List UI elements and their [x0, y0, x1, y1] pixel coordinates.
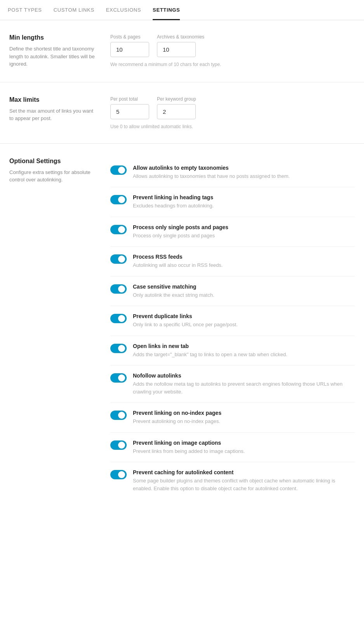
toggle-switch-prevent-noindex[interactable]: [110, 411, 127, 420]
per-keyword-wrap: Per keyword group: [157, 96, 196, 119]
min-lengths-inputs: Posts & pages Archives & taxonomies: [110, 34, 355, 57]
toggle-content-prevent-duplicate-links: Prevent duplicate linksOnly link to a sp…: [133, 313, 355, 329]
toggle-label-prevent-duplicate-links: Prevent duplicate links: [133, 313, 355, 319]
toggle-thumb-prevent-noindex: [118, 412, 125, 419]
toggle-content-prevent-heading-tags: Prevent linking in heading tagsExcludes …: [133, 194, 355, 210]
toggle-desc-process-rss-feeds: Autolinking will also occur in RSS feeds…: [133, 261, 355, 269]
min-lengths-section: Min lengths Define the shortest title an…: [0, 20, 364, 82]
toggle-switch-allow-autolinks-empty[interactable]: [110, 165, 127, 175]
toggle-thumb-process-single-posts: [118, 226, 125, 233]
archives-taxonomies-input[interactable]: [157, 42, 196, 57]
tab-custom-links[interactable]: CUSTOM LINKS: [54, 0, 94, 20]
toggle-label-prevent-image-captions: Prevent linking on image captions: [133, 440, 355, 446]
toggle-content-prevent-caching: Prevent caching for autolinked contentSo…: [133, 469, 355, 492]
toggle-thumb-prevent-image-captions: [118, 442, 125, 449]
toggle-row-prevent-caching: Prevent caching for autolinked contentSo…: [110, 462, 355, 499]
per-keyword-input[interactable]: [157, 104, 196, 119]
toggle-thumb-prevent-caching: [118, 471, 125, 478]
toggle-desc-prevent-noindex: Prevent autolinking on no-index pages.: [133, 418, 355, 425]
toggle-content-prevent-image-captions: Prevent linking on image captionsPrevent…: [133, 440, 355, 455]
per-post-input[interactable]: [110, 104, 149, 119]
max-limits-left: Max limits Set the max amount of links y…: [9, 96, 95, 129]
min-lengths-description: Define the shortest title and taxonomy l…: [9, 45, 95, 68]
toggle-label-prevent-heading-tags: Prevent linking in heading tags: [133, 194, 355, 200]
toggle-desc-prevent-image-captions: Prevent links from being added to image …: [133, 447, 355, 455]
toggle-desc-nofollow-autolinks: Adds the nofollow meta tag to autolinks …: [133, 380, 355, 395]
toggle-label-prevent-caching: Prevent caching for autolinked content: [133, 469, 355, 475]
toggle-desc-open-new-tab: Adds the target="_blank" tag to links to…: [133, 351, 355, 359]
toggle-row-case-sensitive: Case sensitive matchingOnly autolink the…: [110, 277, 355, 306]
toggle-switch-open-new-tab[interactable]: [110, 344, 127, 353]
toggle-thumb-process-rss-feeds: [118, 256, 125, 263]
toggle-row-process-single-posts: Process only single posts and pagesProce…: [110, 217, 355, 247]
toggle-label-process-rss-feeds: Process RSS feeds: [133, 254, 355, 260]
toggle-content-open-new-tab: Open links in new tabAdds the target="_b…: [133, 343, 355, 359]
toggle-switch-nofollow-autolinks[interactable]: [110, 373, 127, 383]
toggle-switch-prevent-heading-tags[interactable]: [110, 195, 127, 204]
max-limits-inputs: Per post total Per keyword group: [110, 96, 355, 119]
toggle-label-nofollow-autolinks: Nofollow autolinks: [133, 372, 355, 379]
toggle-switch-prevent-caching[interactable]: [110, 470, 127, 479]
optional-settings-title: Optional Settings: [9, 158, 95, 165]
toggle-row-prevent-heading-tags: Prevent linking in heading tagsExcludes …: [110, 187, 355, 217]
min-lengths-hint: We recommend a minimum of 10 chars for e…: [110, 62, 355, 67]
toggle-thumb-allow-autolinks-empty: [118, 167, 125, 174]
toggle-thumb-open-new-tab: [118, 345, 125, 352]
posts-pages-label: Posts & pages: [110, 34, 149, 40]
toggle-content-process-single-posts: Process only single posts and pagesProce…: [133, 224, 355, 240]
toggle-thumb-nofollow-autolinks: [118, 374, 125, 381]
toggle-label-allow-autolinks-empty: Allow autolinks to empty taxonomies: [133, 165, 355, 171]
optional-settings-section: Optional Settings Configure extra settin…: [0, 144, 364, 513]
toggle-desc-process-single-posts: Process only single posts and pages: [133, 232, 355, 240]
toggle-row-prevent-image-captions: Prevent linking on image captionsPrevent…: [110, 433, 355, 463]
archives-taxonomies-label: Archives & taxonomies: [157, 34, 204, 40]
min-lengths-title: Min lengths: [9, 34, 95, 41]
per-post-wrap: Per post total: [110, 96, 149, 119]
max-limits-right: Per post total Per keyword group Use 0 t…: [110, 96, 355, 129]
archives-taxonomies-wrap: Archives & taxonomies: [157, 34, 204, 57]
toggle-thumb-prevent-heading-tags: [118, 196, 125, 203]
max-limits-section: Max limits Set the max amount of links y…: [0, 82, 364, 144]
min-lengths-right: Posts & pages Archives & taxonomies We r…: [110, 34, 355, 68]
toggle-switch-case-sensitive[interactable]: [110, 284, 127, 294]
toggle-desc-prevent-heading-tags: Excludes headings from autolinking.: [133, 202, 355, 210]
toggle-content-process-rss-feeds: Process RSS feedsAutolinking will also o…: [133, 254, 355, 269]
toggle-content-allow-autolinks-empty: Allow autolinks to empty taxonomiesAllow…: [133, 165, 355, 180]
toggle-row-prevent-duplicate-links: Prevent duplicate linksOnly link to a sp…: [110, 306, 355, 336]
toggle-switch-process-rss-feeds[interactable]: [110, 254, 127, 264]
tab-exclusions[interactable]: EXCLUSIONS: [106, 0, 141, 20]
toggle-content-prevent-noindex: Prevent linking on no-index pagesPrevent…: [133, 410, 355, 425]
toggle-row-open-new-tab: Open links in new tabAdds the target="_b…: [110, 336, 355, 366]
toggle-row-nofollow-autolinks: Nofollow autolinksAdds the nofollow meta…: [110, 365, 355, 403]
optional-settings-left: Optional Settings Configure extra settin…: [9, 158, 95, 500]
toggle-switch-prevent-duplicate-links[interactable]: [110, 314, 127, 323]
toggle-content-case-sensitive: Case sensitive matchingOnly autolink the…: [133, 284, 355, 299]
toggle-desc-allow-autolinks-empty: Allows autolinking to taxonomies that ha…: [133, 172, 355, 180]
toggle-row-process-rss-feeds: Process RSS feedsAutolinking will also o…: [110, 247, 355, 277]
toggle-label-process-single-posts: Process only single posts and pages: [133, 224, 355, 230]
tab-post-types[interactable]: POST TYPES: [8, 0, 42, 20]
toggle-label-prevent-noindex: Prevent linking on no-index pages: [133, 410, 355, 416]
toggle-thumb-case-sensitive: [118, 285, 125, 292]
toggle-desc-case-sensitive: Only autolink the exact string match.: [133, 291, 355, 299]
toggle-content-nofollow-autolinks: Nofollow autolinksAdds the nofollow meta…: [133, 372, 355, 395]
posts-pages-wrap: Posts & pages: [110, 34, 149, 57]
min-lengths-left: Min lengths Define the shortest title an…: [9, 34, 95, 68]
toggle-row-prevent-noindex: Prevent linking on no-index pagesPrevent…: [110, 403, 355, 433]
per-keyword-label: Per keyword group: [157, 96, 196, 102]
toggle-row-allow-autolinks-empty: Allow autolinks to empty taxonomiesAllow…: [110, 158, 355, 188]
toggle-switch-prevent-image-captions[interactable]: [110, 440, 127, 450]
posts-pages-input[interactable]: [110, 42, 149, 57]
tab-settings[interactable]: SETTINGS: [153, 0, 180, 20]
toggle-label-open-new-tab: Open links in new tab: [133, 343, 355, 349]
max-limits-title: Max limits: [9, 96, 95, 103]
max-limits-description: Set the max amount of links you want to …: [9, 107, 95, 122]
toggle-desc-prevent-duplicate-links: Only link to a specific URL once per pag…: [133, 321, 355, 329]
max-limits-hint: Use 0 to allow unlimited automatic links…: [110, 124, 355, 129]
toggle-thumb-prevent-duplicate-links: [118, 315, 125, 322]
nav-tabs: POST TYPES CUSTOM LINKS EXCLUSIONS SETTI…: [0, 0, 364, 20]
optional-settings-right: Allow autolinks to empty taxonomiesAllow…: [110, 158, 355, 500]
toggle-switch-process-single-posts[interactable]: [110, 225, 127, 234]
toggle-label-case-sensitive: Case sensitive matching: [133, 284, 355, 290]
per-post-label: Per post total: [110, 96, 149, 102]
